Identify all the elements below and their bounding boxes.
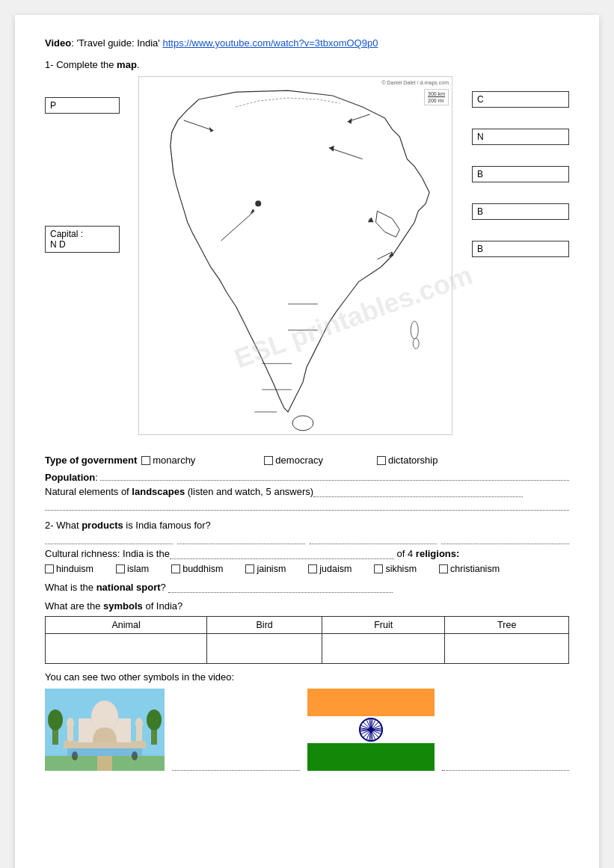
india-map: © Daniel Dalet / d-maps.com 300 km 200 m… xyxy=(138,76,452,435)
govt-label: Type of government xyxy=(45,455,137,466)
dictatorship-label: dictatorship xyxy=(388,455,438,466)
col-tree: Tree xyxy=(445,617,569,634)
map-copyright: © Daniel Dalet / d-maps.com xyxy=(381,80,449,85)
video-line: Video: 'Travel guide: India' https://www… xyxy=(45,37,569,49)
map-right-labels: C N B B B xyxy=(472,91,569,257)
image-dots-1[interactable] xyxy=(172,760,300,771)
svg-point-34 xyxy=(135,718,143,728)
population-input[interactable] xyxy=(100,470,569,481)
jainism-checkbox[interactable] xyxy=(245,564,254,573)
products-inputs xyxy=(45,534,569,544)
hinduism-label: hinduism xyxy=(56,564,93,574)
christianism-label: christianism xyxy=(450,564,500,574)
judaism-label: judaism xyxy=(319,564,351,574)
col-bird: Bird xyxy=(207,617,322,634)
svg-point-32 xyxy=(67,718,74,728)
video-symbols-text: You can see two other symbols in the vid… xyxy=(45,671,569,683)
image-dots-2[interactable] xyxy=(442,760,570,771)
india-flag-image xyxy=(307,689,435,771)
svg-point-37 xyxy=(72,751,78,760)
islam-label: islam xyxy=(127,564,149,574)
label-N: N xyxy=(472,129,569,145)
national-sport-line: What is the national sport? xyxy=(45,582,569,593)
dictatorship-checkbox[interactable] xyxy=(377,456,386,465)
taj-mahal-image xyxy=(45,689,165,771)
symbols-header-row: Animal Bird Fruit Tree xyxy=(46,617,569,634)
map-section: P Capital : N D © Daniel Dalet / d-maps.… xyxy=(45,76,569,443)
label-box-capital: Capital : N D xyxy=(45,226,120,253)
video-link[interactable]: https://www.youtube.com/watch?v=3tbxomOQ… xyxy=(162,37,378,49)
svg-point-1 xyxy=(411,321,418,339)
democracy-label: democracy xyxy=(275,455,323,466)
svg-point-2 xyxy=(413,338,419,348)
buddhism-item: buddhism xyxy=(171,564,223,574)
sport-input[interactable] xyxy=(168,582,393,593)
flag-stripe-white xyxy=(307,716,435,744)
images-row xyxy=(45,689,569,771)
buddhism-label: buddhism xyxy=(182,564,223,574)
hinduism-item: hinduism xyxy=(45,564,93,574)
label-B1: B xyxy=(472,166,569,182)
population-label: Population xyxy=(45,472,95,483)
religions-row: hinduism islam buddhism jainism judaism … xyxy=(45,564,569,574)
svg-rect-36 xyxy=(97,756,112,771)
label-C: C xyxy=(472,91,569,108)
animal-cell[interactable] xyxy=(46,634,207,664)
product-input-4[interactable] xyxy=(441,534,569,544)
symbols-title: What are the symbols of India? xyxy=(45,600,569,612)
svg-point-7 xyxy=(255,200,261,206)
taj-mahal-box xyxy=(45,689,165,771)
flag-stripe-green xyxy=(307,743,435,771)
judaism-checkbox[interactable] xyxy=(308,564,317,573)
section2-title: 2- What products is India famous for? xyxy=(45,520,569,531)
label-B3: B xyxy=(472,241,569,257)
video-text: : 'Travel guide: India' xyxy=(71,37,160,49)
monarchy-label: monarchy xyxy=(153,455,195,466)
democracy-checkbox[interactable] xyxy=(264,456,273,465)
map-scale: 300 km 200 mi xyxy=(424,89,449,105)
jainism-item: jainism xyxy=(245,564,286,574)
population-line: Population : xyxy=(45,470,569,483)
buddhism-checkbox[interactable] xyxy=(171,564,180,573)
islam-checkbox[interactable] xyxy=(116,564,125,573)
dictatorship-item: dictatorship xyxy=(377,455,438,466)
fruit-cell[interactable] xyxy=(322,634,445,664)
monarchy-checkbox[interactable] xyxy=(141,456,150,465)
product-input-3[interactable] xyxy=(310,534,438,544)
landscapes-input2[interactable] xyxy=(45,500,569,511)
col-fruit: Fruit xyxy=(322,617,445,634)
monarchy-item: monarchy xyxy=(141,455,195,466)
section1-title: 1- Complete the map. xyxy=(45,59,569,70)
flag-stripe-orange xyxy=(307,689,435,716)
jainism-label: jainism xyxy=(257,564,286,574)
india-flag-box xyxy=(307,689,435,771)
svg-point-26 xyxy=(147,710,162,730)
svg-point-38 xyxy=(132,751,138,760)
tree-cell[interactable] xyxy=(445,634,569,664)
label-B2: B xyxy=(472,203,569,220)
landscapes-input1[interactable] xyxy=(313,487,523,497)
hinduism-checkbox[interactable] xyxy=(45,564,54,573)
page: Video: 'Travel guide: India' https://www… xyxy=(15,15,599,868)
sikhism-checkbox[interactable] xyxy=(374,564,383,573)
cultural-line: Cultural richness: India is the of 4 rel… xyxy=(45,548,569,559)
map-label-capital: Capital : N D xyxy=(45,226,120,253)
video-label: Video xyxy=(45,37,71,49)
cultural-input[interactable] xyxy=(170,549,394,559)
christianism-item: christianism xyxy=(439,564,500,574)
taj-svg xyxy=(45,689,165,771)
government-section: Type of government monarchy democracy di… xyxy=(45,455,569,466)
bird-cell[interactable] xyxy=(207,634,322,664)
democracy-item: democracy xyxy=(264,455,323,466)
product-input-2[interactable] xyxy=(177,534,305,544)
symbols-table: Animal Bird Fruit Tree xyxy=(45,616,569,664)
islam-item: islam xyxy=(116,564,149,574)
col-animal: Animal xyxy=(46,617,207,634)
ashoka-chakra xyxy=(357,716,384,743)
sikhism-label: sikhism xyxy=(385,564,417,574)
india-svg xyxy=(139,77,452,434)
label-box-P: P xyxy=(45,97,120,114)
svg-point-24 xyxy=(48,710,63,730)
product-input-1[interactable] xyxy=(45,534,173,544)
christianism-checkbox[interactable] xyxy=(439,564,448,573)
